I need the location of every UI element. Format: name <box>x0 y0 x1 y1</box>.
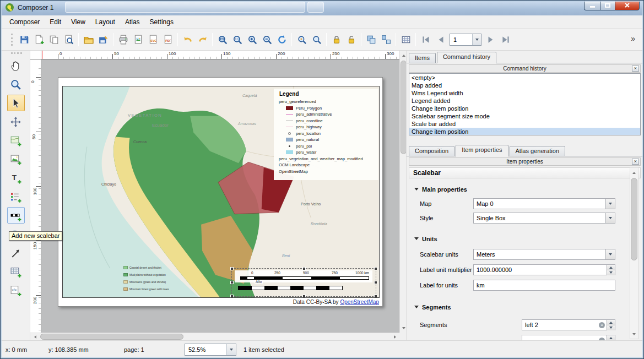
titlebar[interactable]: Composer 1 <box>0 0 644 15</box>
section-segments[interactable]: Segments <box>414 304 451 311</box>
resize-handle[interactable] <box>230 295 234 298</box>
zoom-out-button[interactable] <box>259 32 274 47</box>
scrollbar-thumb[interactable] <box>40 334 183 340</box>
history-entry[interactable]: <empty> <box>409 74 640 81</box>
lock-items-button[interactable] <box>329 32 344 47</box>
atlas-last-button[interactable] <box>498 32 513 47</box>
menu-layout[interactable]: Layout <box>90 17 120 28</box>
zoom-region-button[interactable] <box>309 32 324 47</box>
zoom-full-button[interactable] <box>215 32 230 47</box>
history-entry[interactable]: Change item position <box>409 105 640 112</box>
openstreetmap-link[interactable]: OpenStreetMap <box>340 299 379 305</box>
tab-atlas-generation[interactable]: Atlas generation <box>510 146 566 156</box>
pan-tool[interactable] <box>7 57 25 74</box>
label-for-units-input[interactable]: km <box>473 280 615 291</box>
atlas-first-button[interactable] <box>418 32 433 47</box>
save-template-button[interactable] <box>96 32 111 47</box>
close-panel-button[interactable]: × <box>632 66 639 72</box>
unlock-items-button[interactable] <box>344 32 359 47</box>
resize-handle[interactable] <box>374 281 377 284</box>
zoom-level-select[interactable]: 52.5% <box>185 344 236 356</box>
composition-page[interactable]: VEGETATION Ecuador Cuenca Caquetá Amazon… <box>58 77 383 307</box>
save-project-button[interactable] <box>17 32 31 47</box>
history-entry[interactable]: Scalebar segment size mode <box>409 112 640 120</box>
atlas-prev-button[interactable] <box>433 32 448 47</box>
maximize-button[interactable] <box>600 0 615 10</box>
segments-spinner[interactable]: left 2 <box>522 319 615 330</box>
menu-settings[interactable]: Settings <box>145 17 178 28</box>
export-pdf-button[interactable]: PDF <box>160 32 175 47</box>
resize-handle[interactable] <box>230 281 234 284</box>
resize-handle[interactable] <box>230 267 234 270</box>
canvas-horizontal-scrollbar[interactable] <box>30 333 399 340</box>
tab-composition[interactable]: Composition <box>409 146 454 156</box>
map-item[interactable]: VEGETATION Ecuador Cuenca Caquetá Amazon… <box>62 86 380 298</box>
new-composition-button[interactable] <box>31 32 46 47</box>
zoom-selection-button[interactable] <box>294 32 309 47</box>
composer-manager-button[interactable] <box>61 32 76 47</box>
segments-size-spinner-partial[interactable] <box>522 335 615 340</box>
resize-handle[interactable] <box>374 295 377 298</box>
scalebar-units-select[interactable]: Meters <box>473 249 615 260</box>
spin-up-button[interactable] <box>607 335 615 340</box>
add-attribute-table-tool[interactable] <box>7 263 25 280</box>
load-template-button[interactable] <box>81 32 96 47</box>
resize-handle[interactable] <box>302 267 306 270</box>
zoom-tool[interactable] <box>7 76 25 93</box>
move-item-content-tool[interactable] <box>7 113 25 130</box>
redo-button[interactable] <box>195 32 210 47</box>
menu-composer[interactable]: Composer <box>4 17 45 28</box>
atlas-preview-button[interactable] <box>398 32 413 47</box>
atlas-page-spinner[interactable]: 1 <box>450 34 481 46</box>
toolbar-grip[interactable] <box>11 52 22 54</box>
refresh-view-button[interactable] <box>274 32 289 47</box>
export-svg-button[interactable]: SVG <box>145 32 160 47</box>
add-scalebar-tool[interactable] <box>7 207 25 224</box>
tab-item-properties[interactable]: Item properties <box>456 145 508 156</box>
history-entry[interactable]: Map added <box>409 81 640 89</box>
section-units[interactable]: Units <box>414 236 437 242</box>
close-button[interactable] <box>615 0 640 10</box>
undo-button[interactable] <box>180 32 195 47</box>
canvas-viewport[interactable]: VEGETATION Ecuador Cuenca Caquetá Amazon… <box>41 59 399 333</box>
resize-handle[interactable] <box>302 295 306 298</box>
ungroup-items-button[interactable] <box>378 32 393 47</box>
select-move-item-tool[interactable] <box>7 95 25 111</box>
add-arrow-tool[interactable] <box>7 244 25 261</box>
add-map-tool[interactable] <box>7 132 25 149</box>
history-entry-selected[interactable]: Change item position <box>409 128 640 135</box>
zoom-in-button[interactable] <box>245 32 259 47</box>
add-legend-tool[interactable] <box>7 188 25 205</box>
toolbar-overflow-chevron[interactable]: » <box>631 34 635 43</box>
add-label-tool[interactable]: T <box>7 170 25 186</box>
menu-atlas[interactable]: Atlas <box>120 17 145 28</box>
tab-items[interactable]: Items <box>409 53 436 63</box>
print-button[interactable] <box>116 32 131 47</box>
menu-edit[interactable]: Edit <box>45 17 66 28</box>
item-selection-box[interactable] <box>231 268 376 297</box>
scrollbar-thumb[interactable] <box>631 178 637 260</box>
history-entry[interactable]: Wms Legend width <box>409 89 640 97</box>
add-image-tool[interactable] <box>7 151 25 167</box>
map-select[interactable]: Map 0 <box>473 198 615 209</box>
close-panel-button[interactable]: × <box>632 159 639 165</box>
export-image-button[interactable] <box>131 32 145 47</box>
tab-command-history[interactable]: Command history <box>437 52 496 63</box>
history-entry[interactable]: Scale bar added <box>409 120 640 128</box>
toolbar-grip[interactable] <box>11 34 13 46</box>
section-main-properties[interactable]: Main properties <box>414 186 467 193</box>
command-history-list[interactable]: <empty> Map added Wms Legend width Legen… <box>409 73 641 135</box>
menu-view[interactable]: View <box>66 17 90 28</box>
resize-handle[interactable] <box>374 267 377 270</box>
panel-scrollbar[interactable] <box>630 167 638 339</box>
add-html-frame-tool[interactable]: </> <box>7 282 25 298</box>
zoom-actual-button[interactable]: 1:1 <box>230 32 245 47</box>
history-entry[interactable]: Legend added <box>409 97 640 105</box>
spin-up-button[interactable] <box>607 265 615 270</box>
legend-item[interactable]: Legend peru_georeferenced Peru_Polygon p… <box>274 89 378 180</box>
minimize-button[interactable] <box>584 0 600 10</box>
duplicate-composition-button[interactable] <box>46 32 61 47</box>
clear-icon[interactable] <box>599 322 605 328</box>
style-select[interactable]: Single Box <box>473 213 615 224</box>
spin-down-button[interactable] <box>607 270 615 275</box>
